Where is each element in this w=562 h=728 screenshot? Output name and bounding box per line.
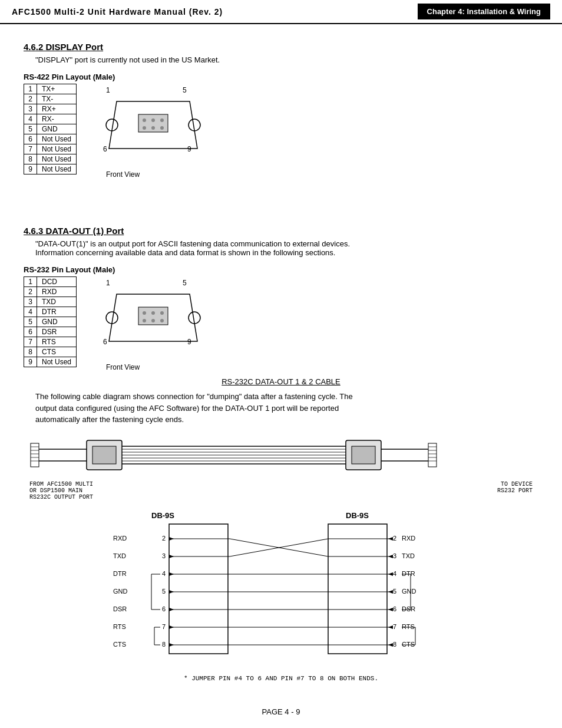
svg-marker-78 [169, 590, 174, 594]
svg-point-10 [160, 126, 164, 130]
svg-marker-117 [388, 572, 393, 576]
rs232-pin-table: 1DCD2RXD3TXD4DTR5GND6DSR7RTS8CTS9Not Use… [24, 276, 77, 367]
svg-text:7: 7 [393, 623, 396, 630]
svg-point-6 [151, 118, 155, 122]
svg-text:CTS: CTS [113, 641, 126, 648]
svg-text:DTR: DTR [113, 570, 127, 577]
page-content: 4.6.2 DISPLAY Port "DISPLAY" port is cur… [0, 24, 562, 694]
rs232-pin-section: 1DCD2RXD3TXD4DTR5GND6DSR7RTS8CTS9Not Use… [24, 276, 538, 371]
svg-marker-119 [388, 590, 393, 594]
jumper-note: * JUMPER PIN #4 TO 6 AND PIN #7 TO 8 ON … [24, 675, 538, 682]
svg-text:1: 1 [106, 279, 110, 287]
svg-text:4: 4 [393, 570, 396, 577]
svg-marker-121 [388, 608, 393, 611]
section-463-desc1: "DATA-OUT(1)" is an output port for ASCI… [35, 239, 538, 257]
svg-text:CTS: CTS [402, 641, 415, 648]
svg-point-23 [160, 319, 164, 322]
svg-text:RTS: RTS [113, 623, 126, 630]
svg-marker-84 [169, 643, 174, 647]
svg-text:5: 5 [183, 279, 187, 287]
svg-text:4: 4 [162, 570, 166, 577]
svg-text:DSR: DSR [402, 605, 415, 612]
svg-marker-115 [388, 555, 393, 558]
svg-point-22 [151, 319, 155, 322]
svg-point-5 [143, 118, 146, 122]
section-463-heading: 4.6.3 DATA-OUT (1) Port [24, 226, 538, 236]
svg-text:3: 3 [162, 552, 166, 559]
svg-text:9: 9 [187, 338, 191, 346]
cable-connector-diagram [28, 431, 534, 479]
page-number: PAGE 4 - 9 [262, 707, 300, 716]
cable-section: RS-232C DATA-OUT 1 & 2 CABLE The followi… [24, 377, 538, 682]
svg-marker-82 [169, 625, 174, 629]
rs232-pin-layout-label: RS-232 Pin Layout (Male) [24, 265, 538, 274]
svg-point-18 [143, 311, 146, 315]
svg-point-7 [160, 118, 164, 122]
svg-text:2: 2 [393, 535, 396, 542]
svg-rect-35 [92, 446, 116, 464]
svg-text:DB-9S: DB-9S [151, 511, 174, 520]
rs232-connector-svg: 1 5 6 9 [100, 276, 218, 359]
svg-text:2: 2 [162, 535, 166, 542]
svg-text:RTS: RTS [402, 623, 415, 630]
rs422-pin-section: 1TX+2TX-3RX+4RX-5GND6Not Used7Not Used8N… [24, 84, 538, 179]
svg-marker-80 [169, 608, 174, 611]
rs422-pin-layout-label: RS-422 Pin Layout (Male) [24, 73, 538, 81]
svg-point-8 [143, 126, 146, 130]
svg-text:9: 9 [187, 145, 191, 153]
svg-marker-113 [388, 537, 393, 541]
svg-text:RXD: RXD [113, 535, 127, 542]
svg-text:5: 5 [162, 588, 166, 595]
cable-desc: The following cable diagram shows connec… [35, 391, 538, 426]
rs232-front-view-label: Front View [106, 363, 218, 371]
svg-text:DSR: DSR [113, 605, 127, 612]
section-463: 4.6.3 DATA-OUT (1) Port "DATA-OUT(1)" is… [24, 226, 538, 682]
section-462-heading: 4.6.2 DISPLAY Port [24, 42, 538, 52]
svg-text:TXD: TXD [402, 552, 415, 559]
svg-text:DTR: DTR [402, 570, 415, 577]
svg-text:5: 5 [183, 86, 187, 94]
svg-point-21 [143, 319, 146, 322]
svg-text:6: 6 [103, 145, 107, 153]
svg-point-20 [160, 311, 164, 315]
section-462-desc: "DISPLAY" port is currently not used in … [35, 55, 538, 64]
cable-title: RS-232C DATA-OUT 1 & 2 CABLE [24, 377, 538, 386]
from-label: FROM AFC1500 MULTI OR DSP1500 MAIN RS232… [29, 481, 93, 500]
svg-rect-56 [328, 524, 387, 654]
rs422-pin-table: 1TX+2TX-3RX+4RX-5GND6Not Used7Not Used8N… [24, 84, 77, 174]
chapter-label: Chapter 4: Installation & Wiring [418, 4, 550, 19]
svg-text:1: 1 [106, 86, 110, 94]
svg-marker-76 [169, 572, 174, 576]
svg-rect-44 [352, 446, 375, 464]
svg-text:6: 6 [162, 605, 166, 612]
svg-point-9 [151, 126, 155, 130]
svg-text:GND: GND [113, 588, 128, 595]
svg-text:3: 3 [393, 552, 396, 559]
svg-text:6: 6 [393, 605, 396, 612]
rs232-connector-area: 1 5 6 9 F [100, 276, 218, 371]
svg-text:7: 7 [162, 623, 166, 630]
svg-text:TXD: TXD [113, 552, 126, 559]
svg-text:8: 8 [162, 641, 166, 648]
svg-text:6: 6 [103, 338, 107, 346]
svg-text:8: 8 [393, 641, 396, 648]
svg-text:RXD: RXD [402, 535, 415, 542]
section-462: 4.6.2 DISPLAY Port "DISPLAY" port is cur… [24, 42, 538, 179]
svg-marker-123 [388, 625, 393, 629]
svg-text:DB-9S: DB-9S [346, 511, 369, 520]
rs422-front-view-label: Front View [106, 170, 218, 179]
db9-wiring-diagram: DB-9S DB-9S RXD 2 TXD 3 DTR 4 [75, 506, 487, 671]
page-footer: PAGE 4 - 9 [0, 707, 562, 716]
svg-marker-125 [388, 643, 393, 647]
page-header: AFC1500 Multi-2 Unit Hardware Manual (Re… [0, 0, 562, 24]
svg-text:GND: GND [402, 588, 416, 595]
rs422-connector-svg: 1 5 [100, 84, 218, 166]
svg-marker-74 [169, 555, 174, 558]
page-container: AFC1500 Multi-2 Unit Hardware Manual (Re… [0, 0, 562, 728]
svg-rect-55 [169, 524, 228, 654]
rs422-connector-area: 1 5 [100, 84, 218, 179]
manual-title: AFC1500 Multi-2 Unit Hardware Manual (Re… [12, 7, 223, 17]
svg-text:5: 5 [393, 588, 396, 595]
svg-point-19 [151, 311, 155, 315]
to-label: TO DEVICE RS232 PORT [497, 481, 533, 500]
